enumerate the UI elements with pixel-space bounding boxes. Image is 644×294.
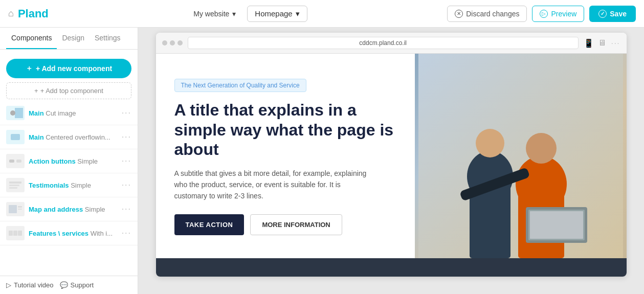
add-new-label: + Add new component [36, 64, 112, 73]
add-top-label: + Add top component [40, 87, 103, 95]
logo: Pland [18, 7, 49, 20]
topbar-left: ⌂ Pland [8, 7, 49, 20]
component-label: Features \ services With i... [29, 230, 118, 237]
hero-subtitle: A subtitle that gives a bit more detail,… [174, 168, 369, 202]
desktop-icon[interactable]: 🖥 [598, 38, 606, 48]
tab-components[interactable]: Components [6, 28, 57, 49]
preview-icon: ▷ [540, 10, 548, 18]
component-label: Main Cut image [29, 109, 118, 117]
more-options-icon[interactable]: ··· [122, 156, 131, 166]
save-label: Save [610, 10, 627, 18]
svg-rect-14 [18, 206, 22, 208]
preview-button[interactable]: ▷ Preview [532, 6, 584, 22]
svg-rect-7 [16, 160, 21, 163]
home-icon[interactable]: ⌂ [8, 8, 14, 19]
more-options-icon[interactable]: ··· [122, 229, 131, 238]
list-item[interactable]: Main Cut image ··· [0, 101, 138, 125]
support-label: Support [71, 281, 94, 289]
topbar-right: ✕ Discard changes ▷ Preview ✓ Save [447, 6, 636, 22]
tab-design[interactable]: Design [57, 28, 90, 49]
take-action-button[interactable]: TAKE ACTION [174, 214, 245, 235]
component-name: Cut image [46, 109, 76, 117]
svg-rect-9 [9, 182, 21, 184]
save-button[interactable]: ✓ Save [589, 6, 636, 22]
mobile-icon[interactable]: 📱 [584, 38, 594, 48]
component-thumbnail [6, 202, 25, 216]
browser-more-icon[interactable]: ··· [611, 39, 620, 47]
list-item[interactable]: Testimonials Simple ··· [0, 173, 138, 197]
list-item[interactable]: Features \ services With i... ··· [0, 221, 138, 245]
plus-icon: ＋ [26, 64, 33, 73]
svg-rect-19 [18, 231, 22, 236]
play-icon: ▷ [6, 281, 11, 289]
component-thumbnail [6, 178, 25, 192]
browser-url-bar[interactable]: cddcm.pland.co.il [188, 37, 579, 49]
chat-icon: 💬 [60, 281, 68, 289]
more-options-icon[interactable]: ··· [122, 205, 131, 214]
svg-point-26 [526, 133, 557, 164]
svg-rect-6 [9, 160, 14, 163]
svg-rect-1 [15, 108, 23, 118]
add-new-component-button[interactable]: ＋ + Add new component [6, 59, 131, 78]
page-footer-bar [156, 258, 627, 277]
save-icon: ✓ [598, 10, 607, 18]
main-layout: Components Design Settings ＋ + Add new c… [0, 28, 644, 294]
hero-badge: The Next Generation of Quality and Servi… [174, 79, 306, 92]
list-item[interactable]: Main Centered overflowin... ··· [0, 125, 138, 149]
sidebar-footer: ▷ Tutorial video 💬 Support [0, 276, 138, 294]
hero-title: A title that explains in a simple way wh… [174, 100, 396, 159]
more-options-icon[interactable]: ··· [122, 132, 131, 142]
component-name: With i... [91, 230, 113, 237]
page-selector[interactable]: Homepage ▾ [247, 6, 307, 22]
website-selector[interactable]: My website ▾ [188, 7, 241, 21]
component-thumbnail [6, 226, 25, 240]
svg-rect-18 [13, 231, 17, 236]
component-name: Centered overflowin... [46, 133, 110, 141]
preview-area: cddcm.pland.co.il 📱 🖥 ··· The Next Gener… [138, 28, 644, 294]
support-button[interactable]: 💬 Support [60, 281, 94, 289]
browser-frame: cddcm.pland.co.il 📱 🖥 ··· The Next Gener… [156, 33, 627, 277]
browser-device-icons: 📱 🖥 [584, 38, 606, 48]
hero-content: The Next Generation of Quality and Servi… [156, 54, 415, 258]
component-name: Simple [77, 157, 98, 165]
hero-image [415, 54, 627, 258]
chevron-down-icon: ▾ [296, 9, 300, 18]
component-label: Main Centered overflowin... [29, 133, 118, 141]
list-item[interactable]: Action buttons Simple ··· [0, 149, 138, 173]
svg-rect-11 [9, 187, 17, 189]
more-options-icon[interactable]: ··· [122, 180, 131, 190]
sidebar-content: ＋ + Add new component + + Add top compon… [0, 50, 138, 276]
tab-settings[interactable]: Settings [90, 28, 126, 49]
component-name: Simple [71, 182, 91, 189]
svg-rect-15 [18, 209, 22, 210]
page-label: Homepage [255, 9, 292, 18]
dot-close [162, 40, 167, 46]
browser-traffic-lights [162, 40, 183, 46]
svg-rect-17 [9, 231, 13, 236]
hero-image-figures [415, 54, 627, 258]
tutorial-label: Tutorial video [14, 281, 54, 289]
discard-button[interactable]: ✕ Discard changes [447, 6, 527, 22]
add-top-component-button[interactable]: + + Add top component [6, 82, 131, 99]
component-thumbnail [6, 130, 25, 144]
more-options-icon[interactable]: ··· [122, 108, 131, 118]
component-type: Map and address [29, 206, 83, 213]
hero-buttons: TAKE ACTION MORE INFORMATION [174, 214, 396, 235]
sidebar: Components Design Settings ＋ + Add new c… [0, 28, 138, 294]
component-thumbnail [6, 154, 25, 168]
component-type: Features \ services [29, 230, 88, 237]
sidebar-tabs: Components Design Settings [0, 28, 138, 50]
hero-section: The Next Generation of Quality and Servi… [156, 54, 627, 258]
component-thumbnail [6, 106, 25, 120]
tutorial-button[interactable]: ▷ Tutorial video [6, 281, 54, 289]
component-label: Map and address Simple [29, 206, 118, 213]
preview-label: Preview [551, 10, 576, 18]
svg-point-23 [476, 129, 504, 157]
more-information-button[interactable]: MORE INFORMATION [250, 214, 342, 235]
svg-point-2 [10, 110, 15, 116]
component-name: Simple [85, 206, 105, 213]
svg-rect-4 [11, 134, 20, 140]
list-item[interactable]: Map and address Simple ··· [0, 197, 138, 221]
component-type: Main [29, 109, 44, 117]
dot-maximize [177, 40, 183, 46]
